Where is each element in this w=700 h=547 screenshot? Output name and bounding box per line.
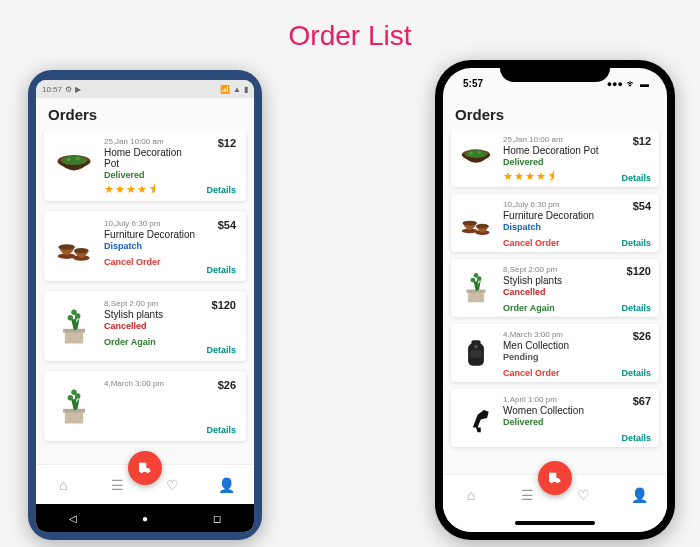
order-price: $26 xyxy=(218,379,236,391)
order-card[interactable]: 8,Sept 2:00 pmStylish plantsCancelledOrd… xyxy=(44,291,246,361)
order-product-name: Stylish plants xyxy=(503,275,613,286)
order-action-link[interactable]: Order Again xyxy=(104,337,198,347)
details-link[interactable]: Details xyxy=(621,433,651,443)
home-icon[interactable]: ⌂ xyxy=(53,477,73,493)
order-product-name: Home Decoration Pot xyxy=(104,147,198,169)
order-card[interactable]: 10,July 6:30 pmFurniture DecorationDispa… xyxy=(44,211,246,281)
order-action-link[interactable]: Cancel Order xyxy=(503,238,613,248)
fab-delivery-button[interactable] xyxy=(128,451,162,485)
svg-point-5 xyxy=(58,244,74,250)
order-card[interactable]: 4,March 3:00 pmMen CollectionPendingCanc… xyxy=(451,324,659,382)
order-action-link[interactable]: Order Again xyxy=(503,303,613,313)
order-action-link[interactable]: Cancel Order xyxy=(104,257,198,267)
order-card[interactable]: 4,March 3:00 pm$26Details xyxy=(44,371,246,441)
order-date: 8,Sept 2:00 pm xyxy=(104,299,198,308)
order-price: $67 xyxy=(633,395,651,407)
details-link[interactable]: Details xyxy=(621,173,651,183)
svg-point-28 xyxy=(470,278,475,283)
order-date: 10,July 6:30 pm xyxy=(104,219,198,228)
order-card[interactable]: 25,Jan 10:00 amHome Decoration PotDelive… xyxy=(44,129,246,201)
svg-point-21 xyxy=(478,151,481,154)
heart-icon[interactable]: ♡ xyxy=(162,477,182,493)
truck-icon xyxy=(137,460,153,476)
details-link[interactable]: Details xyxy=(206,425,236,435)
details-link[interactable]: Details xyxy=(206,265,236,275)
svg-rect-33 xyxy=(470,350,481,358)
order-card[interactable]: 25,Jan 10:00 amHome Decoration PotDelive… xyxy=(451,129,659,187)
svg-point-17 xyxy=(71,390,77,396)
back-button[interactable]: ◁ xyxy=(69,513,77,524)
page-title: Order List xyxy=(0,20,700,52)
order-status: Dispatch xyxy=(503,222,613,232)
order-date: 8,Sept 2:00 pm xyxy=(503,265,613,274)
svg-point-12 xyxy=(71,310,77,316)
svg-point-19 xyxy=(465,150,487,158)
profile-icon[interactable]: 👤 xyxy=(217,477,237,493)
fab-delivery-button[interactable] xyxy=(538,461,572,495)
order-product-image xyxy=(457,399,495,437)
home-button[interactable]: ● xyxy=(142,513,148,524)
order-product-name: Men Collection xyxy=(503,340,613,351)
order-date: 25,Jan 10:00 am xyxy=(503,135,613,144)
order-product-image xyxy=(52,305,96,349)
order-status: Pending xyxy=(503,352,613,362)
list-icon[interactable]: ☰ xyxy=(517,487,537,503)
svg-point-23 xyxy=(463,221,477,226)
details-link[interactable]: Details xyxy=(206,185,236,195)
iphone-screen: 5:57 ●●●ᯤ▬ Orders 25,Jan 10:00 amHome De… xyxy=(443,68,667,532)
iphone-order-list[interactable]: 25,Jan 10:00 amHome Decoration PotDelive… xyxy=(443,129,667,474)
truck-icon xyxy=(547,470,563,486)
home-icon[interactable]: ⌂ xyxy=(461,487,481,503)
order-card[interactable]: 8,Sept 2:00 pmStylish plantsCancelledOrd… xyxy=(451,259,659,317)
order-status: Delivered xyxy=(104,170,198,180)
android-system-nav: ◁ ● ◻ xyxy=(36,504,254,532)
status-time: 5:57 xyxy=(463,78,483,89)
order-product-name: Women Collection xyxy=(503,405,613,416)
order-status: Delivered xyxy=(503,417,613,427)
details-link[interactable]: Details xyxy=(621,303,651,313)
order-date: 4,March 3:00 pm xyxy=(104,379,198,388)
svg-point-2 xyxy=(67,158,71,162)
svg-point-15 xyxy=(68,395,74,401)
svg-point-20 xyxy=(470,152,473,155)
order-date: 1,April 1:00 pm xyxy=(503,395,613,404)
wifi-icon: 📶 xyxy=(220,85,230,94)
order-product-image xyxy=(457,269,495,307)
bottom-nav: ⌂ ☰ ♡ 👤 xyxy=(36,464,254,504)
signal-icon: ●●● xyxy=(607,79,623,89)
rating-stars: ★★★★⯨ xyxy=(104,184,198,195)
order-product-image xyxy=(52,385,96,429)
order-price: $120 xyxy=(627,265,651,277)
battery-icon: ▮ xyxy=(244,85,248,94)
screen-title: Orders xyxy=(455,106,655,123)
svg-point-1 xyxy=(61,156,87,165)
android-order-list[interactable]: 25,Jan 10:00 amHome Decoration PotDelive… xyxy=(36,129,254,464)
order-action-link[interactable]: Cancel Order xyxy=(503,368,613,378)
profile-icon[interactable]: 👤 xyxy=(629,487,649,503)
rating-stars: ★★★★⯨ xyxy=(503,171,613,182)
android-screen: 10:57⚙▶ 📶▲▮ Orders 25,Jan 10:00 amHome D… xyxy=(36,80,254,532)
details-link[interactable]: Details xyxy=(621,238,651,248)
svg-point-3 xyxy=(76,157,80,161)
order-date: 25,Jan 10:00 am xyxy=(104,137,198,146)
list-icon[interactable]: ☰ xyxy=(108,477,128,493)
android-device-frame: 10:57⚙▶ 📶▲▮ Orders 25,Jan 10:00 amHome D… xyxy=(28,70,262,540)
svg-point-30 xyxy=(474,273,479,278)
recents-button[interactable]: ◻ xyxy=(213,513,221,524)
signal-icon: ▲ xyxy=(233,85,241,94)
iphone-home-indicator[interactable] xyxy=(443,514,667,532)
order-product-name: Furniture Decoration xyxy=(503,210,613,221)
order-price: $26 xyxy=(633,330,651,342)
order-status: Cancelled xyxy=(503,287,613,297)
order-status: Cancelled xyxy=(104,321,198,331)
details-link[interactable]: Details xyxy=(206,345,236,355)
order-product-image xyxy=(457,334,495,372)
battery-icon: ▬ xyxy=(640,79,649,89)
order-card[interactable]: 1,April 1:00 pmWomen CollectionDelivered… xyxy=(451,389,659,447)
order-card[interactable]: 10,July 6:30 pmFurniture DecorationDispa… xyxy=(451,194,659,252)
android-status-bar: 10:57⚙▶ 📶▲▮ xyxy=(36,80,254,98)
screen-title: Orders xyxy=(48,106,242,123)
screen-header: Orders xyxy=(36,98,254,129)
details-link[interactable]: Details xyxy=(621,368,651,378)
heart-icon[interactable]: ♡ xyxy=(573,487,593,503)
